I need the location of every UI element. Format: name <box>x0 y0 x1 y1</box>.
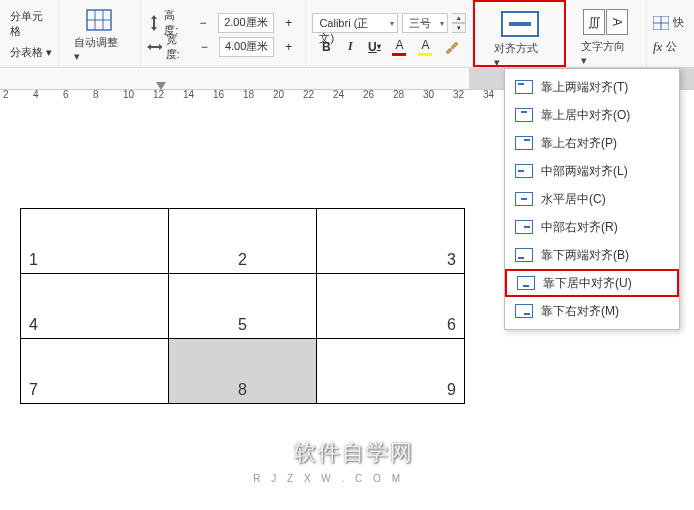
align-b-r-icon <box>515 304 533 318</box>
height-icon <box>147 15 161 31</box>
menu-item-label: 靠上居中对齐(O) <box>541 107 630 124</box>
align-middle-icon <box>501 11 539 37</box>
size-group: 高度: − 2.00厘米 + 宽度: − 4.00厘米 + <box>141 0 307 67</box>
fx-label: fx <box>653 39 662 55</box>
alignment-menu-item[interactable]: 靠上两端对齐(T) <box>505 73 679 101</box>
font-family-select[interactable]: Calibri (正文) ▾ <box>312 13 398 33</box>
alignment-menu-item[interactable]: 靠下居中对齐(U) <box>505 269 679 297</box>
font-size-spinner[interactable]: ▴▾ <box>452 13 466 33</box>
align-b-c-icon <box>517 276 535 290</box>
chevron-down-icon: ▾ <box>390 18 394 27</box>
alignment-menu-item[interactable]: 水平居中(C) <box>505 185 679 213</box>
menu-item-label: 靠下两端对齐(B) <box>541 247 629 264</box>
width-minus-button[interactable]: − <box>194 36 215 58</box>
font-size-value: 三号 <box>409 17 431 29</box>
gong-label: 公 <box>666 39 677 54</box>
content-table: 123456789 <box>20 208 465 404</box>
font-color-button[interactable]: A <box>388 36 410 58</box>
alignment-label: 对齐方式 ▾ <box>494 41 544 69</box>
height-minus-button[interactable]: − <box>192 12 213 34</box>
underline-button[interactable]: U▾ <box>364 36 384 58</box>
formula-group: 快 fx 公 <box>647 0 690 67</box>
alignment-button[interactable]: 对齐方式 ▾ <box>485 6 553 74</box>
align-m-c-icon <box>515 192 533 206</box>
chevron-down-icon: ▾ <box>440 18 444 27</box>
table-cell[interactable]: 8 <box>169 339 317 404</box>
alignment-menu-item[interactable]: 靠上居中对齐(O) <box>505 101 679 129</box>
ribbon-toolbar: 分单元格 分表格 ▾ 自动调整 ▾ 高度: − 2.00厘米 + 宽度: − 4… <box>0 0 694 68</box>
text-direction-icon: ∭A <box>583 9 628 35</box>
italic-button[interactable]: I <box>340 36 360 58</box>
align-m-r-icon <box>515 220 533 234</box>
table-cell[interactable]: 7 <box>21 339 169 404</box>
autofit-group: 自动调整 ▾ <box>59 0 140 67</box>
table-cell[interactable]: 1 <box>21 209 169 274</box>
align-m-l-icon <box>515 164 533 178</box>
split-cells-group: 分单元格 分表格 ▾ <box>4 0 59 67</box>
table-row: 123 <box>21 209 465 274</box>
width-icon <box>147 40 162 54</box>
menu-item-label: 水平居中(C) <box>541 191 606 208</box>
table-cell[interactable]: 3 <box>317 209 465 274</box>
height-input[interactable]: 2.00厘米 <box>218 13 274 33</box>
table-cell[interactable]: 6 <box>317 274 465 339</box>
font-size-select[interactable]: 三号 ▾ <box>402 13 448 33</box>
alignment-menu-item[interactable]: 中部两端对齐(L) <box>505 157 679 185</box>
autofit-icon <box>86 9 112 31</box>
table-cell[interactable]: 5 <box>169 274 317 339</box>
autofit-button[interactable]: 自动调整 ▾ <box>65 4 133 68</box>
width-plus-button[interactable]: + <box>278 36 299 58</box>
table-row: 456 <box>21 274 465 339</box>
alignment-menu-item[interactable]: 靠上右对齐(P) <box>505 129 679 157</box>
align-b-l-icon <box>515 248 533 262</box>
alignment-menu-item[interactable]: 靠下两端对齐(B) <box>505 241 679 269</box>
menu-item-label: 靠下右对齐(M) <box>541 303 619 320</box>
watermark-text: 软件自学网 <box>294 438 414 468</box>
width-label: 宽度: <box>166 32 190 62</box>
format-painter-button[interactable] <box>440 36 462 58</box>
height-plus-button[interactable]: + <box>278 12 299 34</box>
table-cell[interactable]: 9 <box>317 339 465 404</box>
table-row: 789 <box>21 339 465 404</box>
highlight-button[interactable]: A <box>414 36 436 58</box>
text-direction-group: ∭A 文字方向 ▾ <box>566 0 647 67</box>
split-table-button[interactable]: 分表格 ▾ <box>10 45 52 60</box>
alignment-dropdown-menu: 靠上两端对齐(T)靠上居中对齐(O)靠上右对齐(P)中部两端对齐(L)水平居中(… <box>504 68 680 330</box>
align-t-l-icon <box>515 80 533 94</box>
align-t-c-icon <box>515 108 533 122</box>
alignment-menu-item[interactable]: 靠下右对齐(M) <box>505 297 679 325</box>
split-cells-button[interactable]: 分单元格 <box>10 9 52 39</box>
menu-item-label: 靠上右对齐(P) <box>541 135 617 152</box>
width-input[interactable]: 4.00厘米 <box>219 37 274 57</box>
watermark-url: R J Z X W . C O M <box>253 473 404 484</box>
quick-button[interactable]: 快 <box>653 11 684 35</box>
menu-item-label: 中部右对齐(R) <box>541 219 618 236</box>
alignment-menu-item[interactable]: 中部右对齐(R) <box>505 213 679 241</box>
paintbrush-icon <box>444 40 458 54</box>
table-cell[interactable]: 2 <box>169 209 317 274</box>
font-group: Calibri (正文) ▾ 三号 ▾ ▴▾ B I U▾ A A <box>306 0 473 67</box>
menu-item-label: 靠下居中对齐(U) <box>543 275 632 292</box>
text-direction-label: 文字方向 ▾ <box>581 39 631 67</box>
quick-label: 快 <box>673 15 684 30</box>
align-t-r-icon <box>515 136 533 150</box>
alignment-group: 对齐方式 ▾ <box>473 0 565 67</box>
table-cell[interactable]: 4 <box>21 274 169 339</box>
text-direction-button[interactable]: ∭A 文字方向 ▾ <box>572 4 640 72</box>
autofit-label: 自动调整 ▾ <box>74 35 124 63</box>
table-icon <box>653 16 669 30</box>
menu-item-label: 靠上两端对齐(T) <box>541 79 628 96</box>
fx-button[interactable]: fx 公 <box>653 35 677 59</box>
menu-item-label: 中部两端对齐(L) <box>541 163 628 180</box>
